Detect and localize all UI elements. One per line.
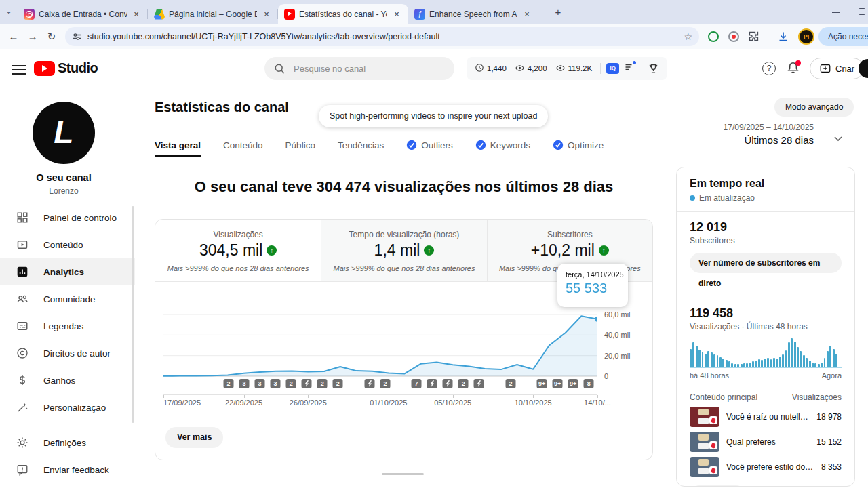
upload-count-marker[interactable]: 7 [412, 379, 422, 388]
tab-close-icon[interactable]: × [521, 9, 532, 20]
record-extension-icon[interactable] [728, 31, 739, 42]
realtime-bar [767, 358, 769, 367]
shorts-upload-marker[interactable] [427, 379, 437, 388]
metric-card[interactable]: Tempo de visualização (horas) 1,4 mil↑ M… [321, 220, 486, 281]
realtime-see-more-button[interactable]: Ver mais [690, 485, 746, 487]
realtime-bar [761, 360, 763, 367]
extensions-icon[interactable] [748, 30, 760, 42]
upload-count-marker[interactable]: 2 [506, 379, 516, 388]
sidebar-item-dashboard[interactable]: Painel de controlo [0, 204, 135, 231]
channel-search-input[interactable]: Pesquise no canal [264, 57, 454, 80]
sidebar-item-copyright[interactable]: Direitos de autor [0, 340, 135, 367]
profile-avatar[interactable]: PI [798, 28, 814, 45]
trophy-icon[interactable] [648, 63, 659, 75]
realtime-bar [785, 350, 787, 367]
help-icon[interactable]: ? [762, 62, 776, 75]
tab-outliers[interactable]: Outliers [406, 134, 453, 157]
upload-count-marker[interactable]: 9+ [568, 379, 578, 388]
upload-count-marker[interactable]: 2 [333, 379, 343, 388]
vidiq-icon [553, 140, 564, 150]
browser-tab[interactable]: Página inicial – Google Drive × [148, 4, 278, 24]
new-tab-button[interactable]: + [551, 5, 566, 20]
tab-conteúdo[interactable]: Conteúdo [223, 134, 263, 157]
upload-count-marker[interactable]: 2 [286, 379, 296, 388]
see-more-button[interactable]: Ver mais [165, 427, 223, 448]
tab-tendências[interactable]: Tendências [338, 134, 384, 157]
sort-list-icon[interactable] [625, 62, 635, 75]
sidebar-item-analytics[interactable]: Analytics [0, 258, 135, 285]
create-button[interactable]: Criar [810, 58, 864, 79]
browser-tab[interactable]: Estatísticas do canal - YouTube × [278, 4, 408, 24]
tab-público[interactable]: Público [285, 134, 315, 157]
tab-close-icon[interactable]: × [131, 9, 142, 20]
window-minimize-button[interactable] [832, 12, 840, 13]
shorts-upload-marker[interactable] [302, 379, 312, 388]
sidebar-item-feedback[interactable]: Enviar feedback [0, 456, 135, 483]
sidebar-item-customization[interactable]: Personalização [0, 394, 135, 421]
window-restore-button[interactable] [859, 8, 865, 15]
upload-count-marker[interactable]: 8 [584, 379, 594, 388]
realtime-bar [719, 357, 722, 367]
sidebar-item-content[interactable]: Conteúdo [0, 231, 135, 258]
reload-button[interactable]: ↻ [42, 27, 61, 46]
x-tick-label: 26/09/2025 [290, 399, 327, 407]
site-settings-icon[interactable] [72, 32, 81, 41]
period-selector[interactable]: 17/09/2025 – 14/10/2025 Últimos 28 dias [686, 123, 814, 146]
top-content-row[interactable]: Qual preferes 15 152 [690, 432, 842, 452]
sidebar-item-settings[interactable]: Definições [0, 429, 135, 456]
top-content-row[interactable]: Você prefere estilo do Ne… 8 353 [690, 457, 842, 477]
vidiq-icon[interactable]: IQ [606, 63, 619, 74]
sidebar-item-community[interactable]: Comunidade [0, 285, 135, 312]
shorts-upload-marker[interactable] [443, 379, 453, 388]
extension-icon-green[interactable] [708, 31, 719, 42]
upload-count-marker[interactable]: 2 [458, 379, 469, 388]
download-icon[interactable] [777, 30, 789, 43]
realtime-bar [833, 349, 835, 367]
upload-count-marker[interactable]: 2 [380, 379, 391, 388]
realtime-subscribers-label: Subscritores [690, 236, 842, 245]
bookmark-star-icon[interactable]: ☆ [684, 31, 692, 42]
shorts-upload-marker[interactable] [365, 379, 375, 388]
forward-button[interactable]: → [23, 27, 42, 46]
upload-count-marker[interactable]: 2 [317, 379, 328, 388]
tab-search-chevron-icon[interactable]: ⌄ [5, 6, 12, 16]
browser-tab[interactable]: Enhance Speech from Adobe | F × [408, 4, 538, 24]
sidebar-item-label: Direitos de autor [43, 348, 111, 359]
live-subscriber-count-button[interactable]: Ver número de subscritores em direto [690, 253, 842, 273]
action-required-button[interactable]: Ação necess [818, 27, 868, 46]
tab-optimize[interactable]: Optimize [553, 134, 604, 157]
chevron-down-icon[interactable] [831, 131, 845, 145]
shorts-upload-marker[interactable] [474, 379, 484, 388]
sidebar-item-earnings[interactable]: Ganhos [0, 367, 135, 394]
sidebar-item-captions[interactable]: Legendas [0, 312, 135, 340]
upload-count-marker[interactable]: 3 [239, 379, 250, 388]
youtube-studio-logo[interactable]: Studio [34, 60, 98, 76]
tab-keywords[interactable]: Keywords [475, 134, 530, 157]
upload-count-marker[interactable]: 9+ [553, 379, 563, 388]
sidebar-scrollbar[interactable] [132, 206, 134, 423]
tab-close-icon[interactable]: × [391, 9, 402, 20]
upload-count-marker[interactable]: 9+ [537, 379, 547, 388]
instagram-favicon [24, 9, 35, 20]
notifications-icon[interactable] [786, 61, 800, 78]
upload-count-marker[interactable]: 2 [224, 379, 234, 388]
top-content-row[interactable]: Você é raíz ou nutella #… 18 978 [690, 407, 842, 427]
thumbnail-collage [698, 459, 709, 466]
vidiq-stats-pill[interactable]: 1,440 4,200 119.2K IQ [467, 57, 667, 80]
tab-vista-geral[interactable]: Vista geral [155, 134, 201, 157]
back-button[interactable]: ← [4, 27, 23, 46]
advanced-mode-button[interactable]: Modo avançado [774, 98, 854, 117]
channel-avatar[interactable]: L [33, 102, 95, 164]
upload-count-marker[interactable]: 3 [255, 379, 265, 388]
metric-card[interactable]: Visualizações 304,5 mil↑ Mais >999% do q… [155, 220, 321, 281]
upload-count-marker[interactable]: 3 [271, 379, 281, 388]
realtime-bar [722, 359, 724, 367]
views-line-chart[interactable] [163, 283, 597, 378]
menu-icon[interactable] [12, 62, 26, 77]
vidiq-promo-tooltip: Spot high-performing videos to inspire y… [319, 105, 548, 127]
tab-close-icon[interactable]: × [261, 9, 272, 20]
dashboard-icon [16, 211, 28, 224]
browser-tab[interactable]: Caixa de Entrada • Conversas × [18, 4, 148, 24]
realtime-bar-chart[interactable] [690, 340, 842, 368]
url-bar[interactable]: studio.youtube.com/channel/UCTj-RaYjIljT… [65, 27, 699, 46]
